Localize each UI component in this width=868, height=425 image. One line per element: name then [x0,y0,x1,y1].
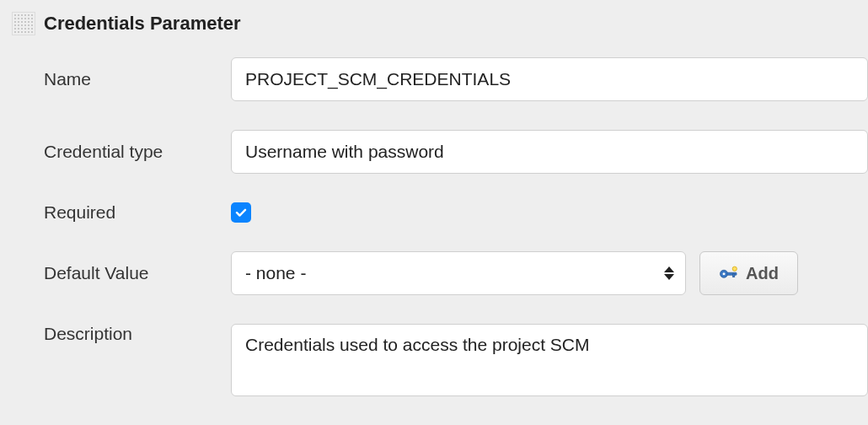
drag-handle-icon[interactable] [12,12,35,35]
svg-point-1 [723,272,726,275]
required-checkbox[interactable] [231,202,251,223]
svg-point-4 [732,266,737,271]
name-label: Name [44,69,231,89]
default-value-select[interactable] [231,251,686,295]
check-icon [234,206,248,219]
default-value-label: Default Value [44,263,231,283]
key-icon [719,266,739,281]
add-button[interactable]: Add [699,251,798,295]
svg-rect-2 [727,272,737,275]
credential-type-input[interactable] [231,130,868,174]
svg-rect-3 [733,274,735,277]
add-button-label: Add [746,264,779,283]
required-label: Required [44,202,231,223]
name-input[interactable] [231,57,868,101]
credential-type-label: Credential type [44,142,231,162]
description-label: Description [44,324,231,344]
description-textarea[interactable] [231,324,868,396]
section-title: Credentials Parameter [44,13,241,35]
